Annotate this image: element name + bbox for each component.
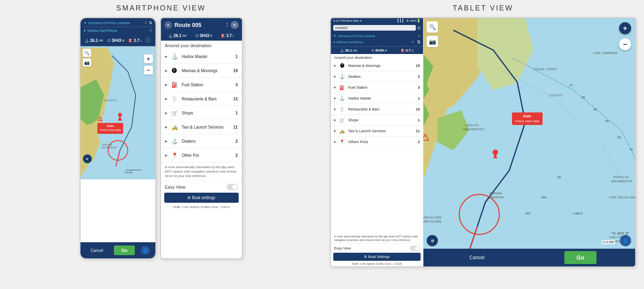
search-btn[interactable]: 🔍 [83,49,91,57]
poi-arrow: ▶ [165,83,167,87]
tablet-poi-item[interactable]: ▶ ⚓ Harbor Master 1 [331,93,423,104]
tablet-camera-btn[interactable]: 📷 [427,36,438,47]
poi-icon: ⛽ [170,80,180,89]
copy-icon[interactable]: ⧉ [417,25,421,31]
tablet-cancel-btn[interactable]: Cancel [462,252,491,263]
tablet-nav-icon: ✈ [333,34,336,38]
smartphone-section: SMARTPHONE VIEW ✈ Darsena Di Porto Levan… [0,0,322,289]
tablet-poi-name: Harbor Master [348,96,416,100]
tablet-compass[interactable]: ⊕ [427,235,438,246]
panel-poi-item[interactable]: ▶ 📍 Other Poi 2 [161,148,242,162]
go-button[interactable]: Go [114,245,134,255]
tablet-poi-item[interactable]: ▶ ⛽ Fuel Station 3 [331,82,423,93]
gate-label: GateCheck chart data [97,123,124,134]
status-time: 5:12 PM Mon Mar 4 [333,19,361,23]
tablet-poi-arrow: ▶ [334,108,336,111]
phone-bottom-bar: Cancel Go 👤 [80,242,155,258]
poi-arrow: ▶ [165,111,167,115]
tablet-poi-item[interactable]: ▶ 🍴 Restaurants & Bars 13 [331,104,423,115]
tablet-poi-item[interactable]: ▶ 📍 Others POIs 2 [331,137,423,148]
svg-text:CAN. DELLA LAVA: CAN. DELLA LAVA [609,195,635,199]
tablet-poi-icon: 📍 [338,138,346,146]
clock-icon: ⏱ [107,39,111,43]
zoom-out-btn[interactable]: − [144,66,153,75]
zoom-in-btn[interactable]: + [144,54,153,63]
fuel-unit: L [140,39,142,42]
camera-btn[interactable]: 📷 [83,58,91,67]
close-route-btn[interactable]: ✕ [144,21,147,25]
svg-text:30: 30 [629,148,633,151]
tablet-poi-icon: ⚓ [338,73,346,81]
tablet-poi-count: 13 [416,107,420,111]
panel-time-unit: M [210,34,213,37]
poi-arrow: ▶ [165,55,167,58]
tablet-zoom-minus[interactable]: − [619,38,631,50]
tablet-dist-unit: NM [353,49,357,52]
time-val: 3H43 [111,38,121,43]
tablet-poi-arrow: ▶ [334,64,336,67]
tablet-go-btn[interactable]: Go [564,251,596,264]
distance-val: 26.1 [90,38,98,43]
fuel-stat: ⛽ 3.7 L [128,38,142,43]
svg-text:MALAMOCCO: MALAMOCCO [101,146,117,149]
tablet-poi-item[interactable]: ▶ 🚕 Taxi & Launch Services 11 [331,126,423,137]
tablet-time-val: 4H39 [375,48,384,52]
panel-poi-item[interactable]: ▶ 🍴 Restaurants & Bars 13 [161,92,242,106]
tablet-toggle[interactable] [410,245,420,251]
tablet-poi-item[interactable]: ▶ ⚓ Dealers 2 [331,71,423,82]
tablet-boat-btn[interactable]: ⚙ Boat Settings [333,253,421,261]
tablet-time-stat: ⏱ 4H39 M [371,48,387,52]
nav-icon: ✈ [84,21,87,25]
easy-view-toggle[interactable] [227,184,238,190]
panel-poi-item[interactable]: ▶ 🛒 Shops 1 [161,106,242,120]
route-name-input[interactable]: route02 [333,25,416,31]
tablet-poi-arrow: ▶ [334,119,336,122]
poi-arrow: ▶ [165,125,167,129]
info-icon[interactable]: ⓘ [146,37,151,44]
tablet-zoom-plus[interactable]: + [619,22,631,34]
close-dest-btn[interactable]: ✕ [149,28,152,33]
tablet-swap-icon[interactable]: ⇅ [417,40,421,45]
compass-btn[interactable]: ⊕ [83,154,92,163]
tablet-poi-arrow: ▶ [334,97,336,100]
cancel-button[interactable]: Cancel [86,246,108,255]
tablet-search-btn[interactable]: 🔍 [427,21,438,33]
panel-x-btn[interactable]: ✕ [231,21,239,29]
panel-poi-item[interactable]: ▶ ⚓ Harbor Master 1 [161,50,242,64]
svg-text:PORTO DI: PORTO DI [613,175,629,179]
tablet-poi-arrow: ▶ [334,129,336,133]
tablet-poi-icon: ⚓ [338,94,346,102]
boat-settings-btn[interactable]: ⚙ Boat settings [164,193,239,203]
panel-frame: ✕ Route 005 ⤴ ✕ ⚓ 26.1 NM ⏱ [160,17,243,259]
phone-header: ✈ Darsena Di Porto Levante ✕ ⇅ ● Marina … [80,18,155,35]
tablet-title: TABLET VIEW [453,4,513,12]
tablet-poi-item[interactable]: ▶ 🛒 Shops 1 [331,115,423,126]
panel-poi-list: ▶ ⚓ Harbor Master 1 ▶ 🅟 Marinas & Moorin… [161,50,242,162]
tablet-map-area: ISOLA DI MALAMOCCO MARINA ALBERONI COLAN… [423,18,635,266]
panel-poi-item[interactable]: ▶ 🚕 Taxi & Launch Services 11 [161,120,242,134]
phone-dest-bar: ● Marina Sant'Elena ✕ [84,28,152,33]
poi-count: 3 [235,83,238,87]
panel-title: Route 005 [175,22,223,28]
wifi-icon: ≋ [406,19,409,23]
panel-poi-item[interactable]: ▶ ⛽ Fuel Station 3 [161,78,242,92]
poi-arrow: ▶ [165,154,167,157]
share-btn[interactable]: ⤴ [226,22,228,28]
svg-text:ISOLA DI: ISOLA DI [102,143,112,146]
poi-icon: ⚓ [170,52,180,61]
status-icons: ▎▎▎ ≋ 84%🔋 [398,19,421,23]
panel-poi-item[interactable]: ▶ 🅟 Marinas & Moorings 19 [161,64,242,78]
tablet-from-close[interactable]: ✕ [418,34,421,38]
tablet-section: TABLET VIEW 5:12 PM Mon Mar 4 ▎▎▎ ≋ 84%🔋 [322,0,644,289]
svg-text:MALAMOCCO: MALAMOCCO [463,127,484,131]
tablet-to-close[interactable]: ✕ [411,40,414,44]
tablet-poi-item[interactable]: ▶ 🅟 Marinas & Moorings 19 [331,60,423,71]
panel-close-btn[interactable]: ✕ [164,21,172,29]
fuel-val: 3.7 [134,38,139,43]
tablet-profile[interactable]: 👤 [620,235,631,246]
tablet-dot-icon: ● [333,40,335,44]
tablet-poi-count: 2 [418,75,420,79]
profile-btn[interactable]: 👤 [141,246,150,255]
dest-icon: ● [84,29,86,33]
panel-poi-item[interactable]: ▶ ⚓ Dealers 2 [161,134,242,148]
